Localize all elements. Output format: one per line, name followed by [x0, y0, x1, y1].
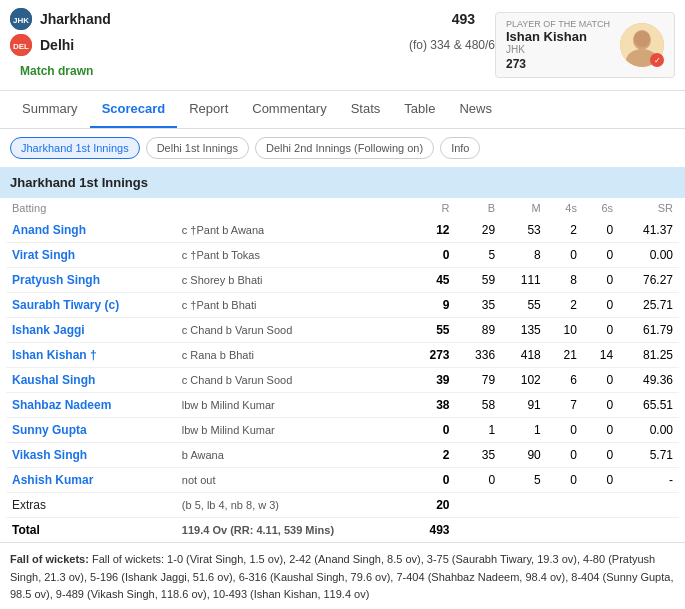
tab-stats[interactable]: Stats: [339, 91, 393, 128]
strike-rate: 49.36: [619, 368, 679, 393]
minutes: 1: [501, 418, 547, 443]
sub-tab-info[interactable]: Info: [440, 137, 480, 159]
fours: 8: [547, 268, 583, 293]
balls: 5: [456, 243, 502, 268]
strike-rate: 41.37: [619, 218, 679, 243]
player-of-match: PLAYER OF THE MATCH Ishan Kishan JHK 273…: [495, 12, 675, 78]
strike-rate: 61.79: [619, 318, 679, 343]
minutes: 90: [501, 443, 547, 468]
tab-summary[interactable]: Summary: [10, 91, 90, 128]
strike-rate: 65.51: [619, 393, 679, 418]
sixes: 0: [583, 268, 619, 293]
potm-score: 273: [506, 57, 612, 71]
col-m: M: [501, 198, 547, 218]
dismissal: c Chand b Varun Sood: [176, 368, 410, 393]
fours: 2: [547, 293, 583, 318]
strike-rate: 5.71: [619, 443, 679, 468]
batsman-name: Sunny Gupta: [6, 418, 176, 443]
runs: 273: [410, 343, 456, 368]
strike-rate: 81.25: [619, 343, 679, 368]
runs: 0: [410, 468, 456, 493]
table-row: Sunny Gupta lbw b Milind Kumar 0 1 1 0 0…: [6, 418, 679, 443]
minutes: 53: [501, 218, 547, 243]
runs: 20: [410, 493, 456, 518]
tab-scorecard[interactable]: Scorecard: [90, 91, 178, 128]
fours: 21: [547, 343, 583, 368]
runs: 39: [410, 368, 456, 393]
strike-rate: -: [619, 468, 679, 493]
dismissal: not out: [176, 468, 410, 493]
runs: 38: [410, 393, 456, 418]
minutes: 135: [501, 318, 547, 343]
fow-text: Fall of wickets: 1-0 (Virat Singh, 1.5 o…: [10, 553, 673, 600]
balls: 35: [456, 443, 502, 468]
col-dismissal: [176, 198, 410, 218]
table-row: Shahbaz Nadeem lbw b Milind Kumar 38 58 …: [6, 393, 679, 418]
table-row: Pratyush Singh c Shorey b Bhati 45 59 11…: [6, 268, 679, 293]
fours: 10: [547, 318, 583, 343]
minutes: 91: [501, 393, 547, 418]
team2-score: (fo) 334 & 480/6: [409, 38, 495, 52]
minutes: 55: [501, 293, 547, 318]
sub-tab-del-1st[interactable]: Delhi 1st Innings: [146, 137, 249, 159]
col-b: B: [456, 198, 502, 218]
tab-commentary[interactable]: Commentary: [240, 91, 338, 128]
table-row: Ishank Jaggi c Chand b Varun Sood 55 89 …: [6, 318, 679, 343]
sixes: 0: [583, 468, 619, 493]
verified-badge: ✓: [650, 53, 664, 67]
runs: 0: [410, 243, 456, 268]
dismissal: c †Pant b Tokas: [176, 243, 410, 268]
sixes: 0: [583, 443, 619, 468]
dismissal: b Awana: [176, 443, 410, 468]
minutes: 111: [501, 268, 547, 293]
tab-news[interactable]: News: [447, 91, 504, 128]
balls: 89: [456, 318, 502, 343]
svg-point-7: [634, 31, 650, 47]
table-row: Kaushal Singh c Chand b Varun Sood 39 79…: [6, 368, 679, 393]
total-row: Total 119.4 Ov (RR: 4.11, 539 Mins) 493: [6, 518, 679, 543]
sixes: 0: [583, 368, 619, 393]
sixes: 0: [583, 293, 619, 318]
col-sr: SR: [619, 198, 679, 218]
fours: [547, 493, 583, 518]
runs: 2: [410, 443, 456, 468]
minutes: 102: [501, 368, 547, 393]
sub-tab-del-2nd[interactable]: Delhi 2nd Innings (Following on): [255, 137, 434, 159]
dismissal: c †Pant b Awana: [176, 218, 410, 243]
table-row: Ishan Kishan † c Rana b Bhati 273 336 41…: [6, 343, 679, 368]
minutes: 418: [501, 343, 547, 368]
tab-report[interactable]: Report: [177, 91, 240, 128]
team1-name: Jharkhand: [40, 11, 452, 27]
runs: 0: [410, 418, 456, 443]
sub-tab-jhk-1st[interactable]: Jharkhand 1st Innings: [10, 137, 140, 159]
sixes: 14: [583, 343, 619, 368]
dismissal: lbw b Milind Kumar: [176, 393, 410, 418]
balls: 35: [456, 293, 502, 318]
fours: 7: [547, 393, 583, 418]
match-header: JHK Jharkhand 493 DEL Delhi (fo) 334 & 4…: [0, 0, 685, 91]
sub-tab-bar: Jharkhand 1st Innings Delhi 1st Innings …: [0, 129, 685, 167]
team1-score: 493: [452, 11, 475, 27]
scorecard-section: Batting R B M 4s 6s SR Anand Singh c †Pa…: [0, 198, 685, 542]
fours: 0: [547, 468, 583, 493]
minutes: [501, 493, 547, 518]
tab-table[interactable]: Table: [392, 91, 447, 128]
jhk-logo: JHK: [10, 8, 32, 30]
batsman-name: Anand Singh: [6, 218, 176, 243]
strike-rate: 25.71: [619, 293, 679, 318]
batsman-name: Pratyush Singh: [6, 268, 176, 293]
total-label: Total: [6, 518, 176, 543]
minutes: 8: [501, 243, 547, 268]
tab-bar: Summary Scorecard Report Commentary Stat…: [0, 91, 685, 129]
balls: 58: [456, 393, 502, 418]
dismissal: lbw b Milind Kumar: [176, 418, 410, 443]
dismissal: c Rana b Bhati: [176, 343, 410, 368]
balls: 79: [456, 368, 502, 393]
runs: 9: [410, 293, 456, 318]
sixes: 0: [583, 318, 619, 343]
innings-title: Jharkhand 1st Innings: [0, 167, 685, 198]
svg-text:JHK: JHK: [13, 16, 29, 25]
col-batting: Batting: [6, 198, 176, 218]
dismissal: c †Pant b Bhati: [176, 293, 410, 318]
table-row: Ashish Kumar not out 0 0 5 0 0 -: [6, 468, 679, 493]
